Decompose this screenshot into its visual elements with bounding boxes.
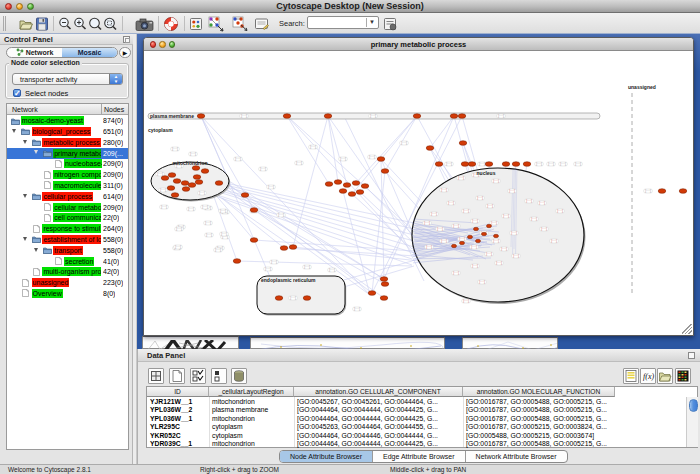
tree-row[interactable]: cellular process614(0) <box>7 191 128 202</box>
unselect-attributes-icon[interactable] <box>211 368 227 384</box>
expand-arrow-icon[interactable] <box>34 150 38 154</box>
table-scrollbar-thumb[interactable] <box>689 399 698 412</box>
tree-row[interactable]: unassigned223(0) <box>7 278 128 289</box>
window-close-button[interactable] <box>150 41 157 48</box>
function-builder-icon[interactable]: f(x) <box>640 368 656 384</box>
table-column-header[interactable]: annotation.GO MOLECULAR_FUNCTION <box>463 387 615 397</box>
network-node[interactable] <box>381 169 389 174</box>
tree-row[interactable]: response to stimul264(0) <box>7 224 128 235</box>
tree-row-label[interactable]: cell communicat <box>53 213 101 222</box>
tree-row[interactable]: metabolic process280(0) <box>7 137 128 148</box>
network-node[interactable] <box>481 232 486 235</box>
tab-network-attribute-browser[interactable]: Network Attribute Browser <box>466 451 567 462</box>
table-cell[interactable]: [GO:0016787, GO:0005488, GO:0005215, G..… <box>463 398 615 407</box>
tree-row-label[interactable]: response to stimul <box>42 224 101 233</box>
tree-row-label[interactable]: mosaic-demo-yeast <box>21 116 84 125</box>
network-node[interactable] <box>167 186 175 191</box>
tree-row-label[interactable]: macromolecule <box>53 181 101 190</box>
tree-row-label[interactable]: unassigned <box>32 278 70 287</box>
network-node[interactable] <box>197 114 205 119</box>
attr-list-icon[interactable] <box>623 368 639 384</box>
tree-row-label[interactable]: nucleobase- <box>64 159 102 168</box>
network-node[interactable] <box>215 181 223 186</box>
network-node[interactable] <box>377 157 385 162</box>
tab-overflow-button[interactable]: ▶ <box>119 47 131 58</box>
network-node[interactable] <box>283 114 291 119</box>
table-cell[interactable]: mitochondrion <box>209 440 294 449</box>
import-attributes-icon[interactable] <box>657 368 673 384</box>
tree-row-label[interactable]: Overview <box>32 289 63 298</box>
table-cell[interactable]: cytoplasm <box>209 423 294 432</box>
network-node[interactable] <box>413 114 421 119</box>
network-node[interactable] <box>334 180 342 185</box>
network-node[interactable] <box>188 183 196 188</box>
network-node[interactable] <box>468 162 476 167</box>
table-cell[interactable]: [GO:0016787, GO:0005488, GO:0005215, G..… <box>463 415 615 424</box>
network-node[interactable] <box>241 193 249 198</box>
tree-row[interactable]: cell communicat22(0) <box>7 213 128 224</box>
network-node[interactable] <box>182 187 190 192</box>
network-node[interactable] <box>192 166 200 171</box>
network-node[interactable] <box>475 239 480 242</box>
expand-arrow-icon[interactable] <box>34 248 38 252</box>
expand-arrow-icon[interactable] <box>12 129 16 133</box>
tree-row[interactable]: Overview8(0) <box>7 288 128 299</box>
tree-row[interactable]: mosaic-demo-yeast874(0) <box>7 116 128 127</box>
float-panel-icon[interactable] <box>688 352 695 359</box>
network-node[interactable] <box>193 175 201 180</box>
save-session-icon[interactable] <box>35 16 49 32</box>
network-node[interactable] <box>502 162 510 167</box>
search-config-icon[interactable] <box>383 16 398 32</box>
network-node[interactable] <box>324 114 332 119</box>
network-node[interactable] <box>381 282 389 287</box>
table-cell[interactable]: YDR039C__1 <box>147 440 209 449</box>
tab-network[interactable]: Network <box>7 48 62 57</box>
table-cell[interactable]: YKR052C <box>147 432 209 441</box>
network-node[interactable] <box>458 114 466 119</box>
table-cell[interactable]: YJR121W__1 <box>147 398 209 407</box>
network-node[interactable] <box>473 227 478 230</box>
close-button[interactable] <box>5 3 12 10</box>
expand-arrow-icon[interactable] <box>23 237 27 241</box>
table-cell[interactable]: [GO:0044464, GO:0044444, GO:0044425, G..… <box>294 440 463 449</box>
network-node[interactable] <box>523 162 531 167</box>
tree-row[interactable]: nucleobase-209(0) <box>7 159 128 170</box>
tree-row-label[interactable]: transport <box>53 246 83 255</box>
node-color-select[interactable]: transporter activity ▲▼ <box>12 73 123 85</box>
network-node[interactable] <box>201 169 209 174</box>
search-dropdown-arrow[interactable]: ▼ <box>366 18 377 27</box>
network-node[interactable] <box>173 179 181 184</box>
background-window-fragment[interactable] <box>462 337 558 349</box>
network-node[interactable] <box>325 182 333 187</box>
tree-row[interactable]: biological_process651(0) <box>7 126 128 137</box>
network-node[interactable] <box>451 244 456 247</box>
network-node[interactable] <box>303 296 311 301</box>
attribute-table[interactable]: ID_cellularLayoutRegionannotation.GO CEL… <box>146 386 698 448</box>
background-window-fragment[interactable] <box>142 336 239 349</box>
table-cell[interactable]: plasma membrane <box>209 406 294 415</box>
network-node[interactable] <box>426 146 434 151</box>
table-cell[interactable]: mitochondrion <box>209 398 294 407</box>
tree-row-label[interactable]: cellular process <box>42 192 93 201</box>
network-node[interactable] <box>181 181 189 186</box>
table-cell[interactable]: [GO:0044464, GO:0044446, GO:0044444, G..… <box>294 432 463 441</box>
table-cell[interactable]: mitochondrion <box>209 415 294 424</box>
network-node[interactable] <box>486 224 491 227</box>
delete-attribute-icon[interactable] <box>231 368 247 384</box>
table-cell[interactable]: [GO:0044464, GO:0044444, GO:0044425, G..… <box>294 406 463 415</box>
table-cell[interactable]: [GO:0005488, GO:0005215, GO:0003674] <box>463 432 615 441</box>
network-node[interactable] <box>459 241 464 244</box>
tree-row[interactable]: macromolecule311(0) <box>7 180 128 191</box>
network-node[interactable] <box>679 189 687 194</box>
table-cell[interactable]: [GO:0016787, GO:0005488, GO:0005215, G..… <box>463 440 615 449</box>
table-scrollbar[interactable] <box>686 397 698 447</box>
network-node[interactable] <box>658 189 666 194</box>
table-column-header[interactable]: _cellularLayoutRegion <box>209 387 294 397</box>
zoom-out-icon[interactable] <box>58 16 72 32</box>
tree-row-label[interactable]: metabolic process <box>42 138 100 147</box>
network-node[interactable] <box>380 277 388 282</box>
network-node[interactable] <box>461 162 469 167</box>
table-cell[interactable]: cytoplasm <box>209 432 294 441</box>
network-node[interactable] <box>161 176 169 181</box>
open-session-icon[interactable] <box>18 16 33 32</box>
